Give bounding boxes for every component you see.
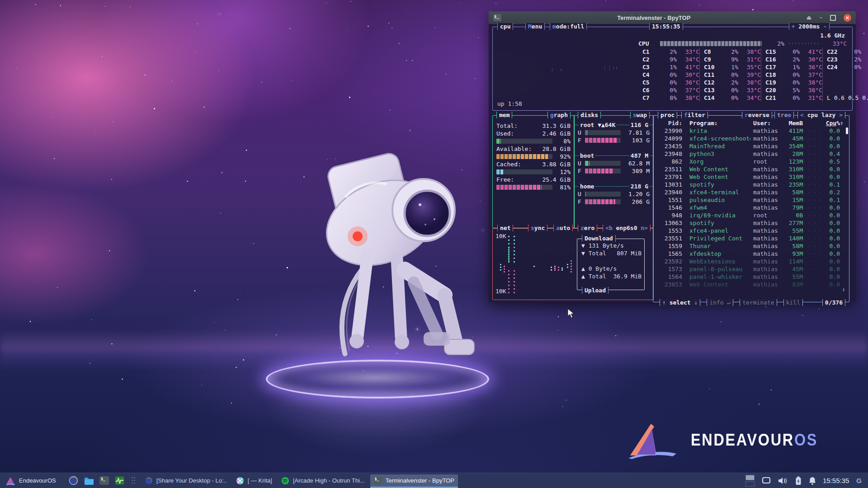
proc-tree-button[interactable]: tree — [774, 112, 794, 118]
cpu-core-column: C150%41°CC162%30°CC171%36°CC180%37°CC190… — [761, 48, 822, 102]
net-scale-top: 10K — [495, 232, 506, 240]
menu-button[interactable]: Menu — [525, 23, 545, 30]
net-interface-selector[interactable]: <b enp6s0 n> — [603, 225, 651, 231]
swap-button[interactable]: swap — [630, 112, 650, 118]
process-row[interactable]: 13031spotifymathias235M0.1 — [657, 181, 845, 188]
process-row[interactable]: 23791Web Contentmathias310M0.0 — [657, 173, 845, 181]
cpu-core-row: C40%30°C — [638, 71, 699, 79]
process-row[interactable]: 1551pulseaudiomathias15M0.1 — [657, 196, 845, 204]
cpu-graph-dots: ⋮⋮∶∶ — [602, 64, 618, 72]
process-row[interactable]: 1573panel-8-pulseaumathias45M0.0 — [657, 265, 845, 273]
taskbar-window-button[interactable]: $_Terminalvenster - BpyTOP — [370, 474, 458, 487]
download-total: ▼ Total 807 MiB — [581, 249, 642, 257]
proc-terminate-button[interactable]: terminate — [740, 299, 777, 306]
shade-button[interactable]: ⏏ — [807, 15, 811, 20]
titlebar[interactable]: $_ Terminalvenster - BpyTOP ⏏ − ✕ — [489, 11, 856, 24]
proc-sort-selector[interactable]: < cpu lazy > — [797, 112, 845, 118]
upload-label: Upload — [582, 287, 609, 294]
disk-header: home218 G — [578, 183, 650, 190]
minimize-button[interactable]: − — [819, 15, 822, 20]
panel-separator-handle[interactable] — [131, 476, 136, 485]
process-row[interactable]: 23592WebExtensionsmathias114M0.0 — [657, 258, 845, 265]
cpu-total-bar — [660, 41, 762, 46]
process-row[interactable]: 23511Web Contentmathias310M0.0 — [657, 165, 845, 173]
bpytop-terminal: cpu Menu mode:full 15:55:35 + 2000ms - 1… — [489, 24, 856, 302]
proc-select-control[interactable]: ↑ select ↓ — [660, 299, 700, 306]
process-row[interactable]: 23853Web Contentmathias83M0.0 — [657, 281, 845, 288]
menu-label: EndeavourOS — [19, 477, 56, 484]
proc-reverse-button[interactable]: reverse — [742, 112, 772, 118]
file-manager-launcher-icon[interactable] — [84, 476, 94, 486]
workspace-1[interactable] — [745, 475, 755, 480]
desktop: ENDEAVOUROS $_ Terminalvenster - BpyTOP … — [0, 0, 868, 488]
process-row[interactable]: 23948python3mathias28M0.4 — [657, 150, 845, 158]
proc-info-button[interactable]: info ↵ — [707, 299, 733, 306]
process-row[interactable]: 23990kritamathias411M0.0 — [657, 127, 845, 135]
process-row[interactable]: 1565xfdesktopmathias93M0.0 — [657, 250, 845, 258]
cpu-core-row: C205%38°C — [761, 86, 822, 94]
panel-clock[interactable]: 15:55:35 — [823, 477, 849, 484]
firefox-launcher-icon[interactable] — [69, 476, 79, 486]
mem-box-title: mem — [496, 112, 512, 118]
cpu-core-row: C210%31°C — [761, 94, 822, 102]
process-row[interactable]: 862Xorgroot123M0.5 — [657, 158, 845, 165]
applications-menu-button[interactable]: EndeavourOS — [0, 473, 61, 488]
cpu-total-percent: 2% — [766, 40, 784, 47]
mode-button[interactable]: mode:full — [550, 23, 587, 30]
taskbar-window-button[interactable]: [ — Krita] — [232, 474, 276, 487]
cpu-core-row: C240%38°C — [823, 63, 868, 71]
net-zero-button[interactable]: zero — [578, 225, 597, 231]
battery-tray-icon[interactable] — [795, 476, 802, 485]
endeavouros-logo-text: ENDEAVOUROS — [691, 431, 818, 450]
proc-scroll-down-arrow[interactable]: ↓ — [842, 285, 845, 293]
cpu-total-graph: ·········· — [784, 40, 823, 47]
endeavouros-logo-icon — [626, 420, 679, 460]
updates-tray-icon[interactable]: G — [856, 477, 862, 484]
terminal-launcher-icon[interactable]: $_ — [99, 476, 109, 486]
firefox-icon — [145, 477, 153, 485]
mem-box: mem graph Total:31.3 GiBUsed:2.46 GiB8%A… — [492, 115, 575, 228]
workspace-2[interactable] — [745, 481, 755, 487]
process-row[interactable]: 23551Privileged Contmathias140M0.0 — [657, 235, 845, 242]
process-row[interactable]: 948irq/69-nvidiaroot0B0.0 — [657, 211, 845, 219]
disk-usage-bar: F103 G — [578, 136, 650, 144]
proc-filter-button[interactable]: filter — [681, 112, 708, 118]
quick-launchers: $_ — [69, 476, 125, 486]
cpu-core-column: C220%35°CC232%39°CC240%38°CL 0.6 0.5 0.6 — [822, 48, 868, 102]
process-row[interactable]: 23940xfce4-terminalmathias58M0.2 — [657, 188, 845, 196]
mem-graph-button[interactable]: graph — [547, 112, 571, 118]
process-row[interactable]: 23435MainThreadmathias354M0.0 — [657, 142, 845, 150]
proc-kill-button[interactable]: kill — [783, 299, 803, 306]
process-row[interactable]: 1546xfwm4mathias79M0.0 — [657, 204, 845, 211]
process-row[interactable]: 1553xfce4-panelmathias55M0.0 — [657, 227, 845, 235]
taskbar-window-button[interactable]: [Share Your Desktop - Lo:.. — [141, 474, 231, 487]
net-sync-button[interactable]: sync — [528, 225, 547, 231]
proc-scrollbar[interactable] — [846, 127, 848, 134]
mem-usage-bar: 8% — [496, 137, 571, 145]
process-row[interactable]: 24099xfce4-screenshootemathias45M0.0 — [657, 135, 845, 142]
taskbar-window-button[interactable]: [Arcade High - Outrun Thi... — [278, 474, 368, 487]
system-monitor-launcher-icon[interactable] — [115, 476, 125, 486]
process-row[interactable]: 1564panel-1-whiskermathias55M0.0 — [657, 273, 845, 281]
cpu-core-column: C12%33°CC29%34°CC31%41°CC40%30°CC50%36°C… — [638, 48, 699, 102]
proc-sort-column[interactable]: Cpu% — [821, 119, 840, 127]
interval-control[interactable]: + 2000ms - — [789, 23, 830, 30]
spotify-icon — [281, 477, 290, 485]
cpu-core-row: C60%37°C — [638, 86, 699, 94]
download-label: Download — [582, 235, 616, 242]
cpu-core-row: C110%39°C — [700, 71, 761, 79]
close-button[interactable]: ✕ — [844, 14, 851, 22]
notifications-bell-icon[interactable] — [808, 476, 816, 485]
process-row[interactable]: 13063spotifymathias277M0.0 — [657, 219, 845, 227]
terminal-icon: $_ — [374, 477, 382, 485]
net-auto-button[interactable]: auto — [553, 225, 573, 231]
process-row[interactable]: 1559Thunarmathias58M0.0 — [657, 242, 845, 250]
display-tray-icon[interactable] — [762, 477, 771, 484]
mem-usage-bar: 92% — [496, 153, 571, 160]
maximize-button[interactable] — [830, 15, 836, 21]
terminal-window: $_ Terminalvenster - BpyTOP ⏏ − ✕ cpu Me… — [489, 11, 856, 302]
mem-stat-row: Cached:3.88 GiB — [496, 160, 571, 168]
workspace-switcher[interactable] — [745, 475, 755, 487]
volume-tray-icon[interactable] — [778, 477, 788, 485]
upload-total: ▲ Total 36.9 MiB — [581, 272, 642, 280]
